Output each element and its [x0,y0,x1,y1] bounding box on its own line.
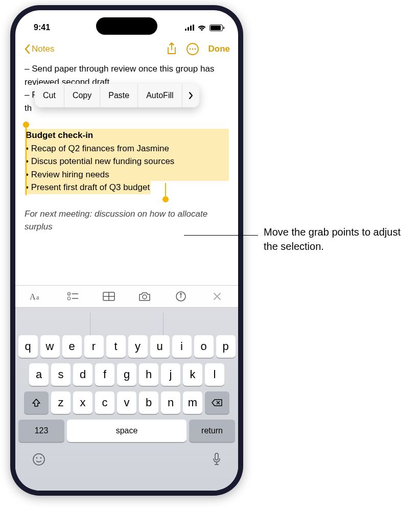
prediction-slot[interactable] [17,313,90,335]
svg-point-1 [189,49,191,50]
format-toolbar: Aa [15,285,238,308]
selection-bullet: • Recap of Q2 finances from Jasmine [25,142,229,155]
annotation-leader-line [184,235,258,236]
key-row-4: 123 space return [17,420,236,442]
shift-icon [32,398,41,407]
markup-icon [175,291,186,302]
svg-point-16 [36,457,38,459]
key-d[interactable]: d [73,363,92,386]
svg-point-3 [194,49,196,50]
key-j[interactable]: j [161,363,180,386]
camera-icon [138,291,151,302]
key-l[interactable]: l [205,363,224,386]
menu-copy[interactable]: Copy [64,84,100,107]
menu-more[interactable] [182,86,199,105]
svg-text:A: A [30,292,36,301]
wifi-icon [197,25,206,31]
key-return[interactable]: return [189,420,235,442]
more-icon[interactable] [186,42,199,56]
checklist-icon [67,292,78,301]
key-123[interactable]: 123 [18,420,64,442]
phone-frame: 9:41 Notes Done – Send paper t [10,5,243,496]
key-c[interactable]: c [95,391,114,414]
menu-autofill[interactable]: AutoFill [138,84,182,107]
annotation-text: Move the grab points to adjust the selec… [264,225,412,253]
key-w[interactable]: w [40,335,60,358]
phone-screen: 9:41 Notes Done – Send paper t [15,10,238,491]
note-editor[interactable]: – Send paper through review once this gr… [15,60,238,234]
key-f[interactable]: f [95,363,114,386]
selection-handle-start[interactable] [23,122,29,128]
key-m[interactable]: m [183,391,202,414]
menu-cut[interactable]: Cut [35,84,64,107]
back-label: Notes [32,44,54,54]
prediction-bar [17,313,236,335]
key-n[interactable]: n [161,391,180,414]
cellular-signal-icon [185,25,194,31]
selection-bullet: • Review hiring needs [25,168,229,181]
format-text-button[interactable]: Aa [18,291,55,302]
key-i[interactable]: i [172,335,192,358]
format-camera-button[interactable] [127,291,163,302]
key-x[interactable]: x [73,391,92,414]
share-icon[interactable] [167,42,177,56]
key-k[interactable]: k [183,363,202,386]
prediction-slot[interactable] [90,313,164,335]
format-table-button[interactable] [90,292,127,301]
close-icon [213,292,221,300]
backspace-icon [212,399,223,407]
keyboard: q w e r t y u i o p a s d f g h j k l [15,308,238,491]
svg-point-8 [67,297,71,300]
key-shift[interactable] [24,391,49,414]
key-a[interactable]: a [29,363,49,386]
selection-handle-end[interactable] [162,196,169,202]
format-close-button[interactable] [199,292,235,300]
dynamic-island [96,17,157,35]
key-o[interactable]: o [194,335,214,358]
key-s[interactable]: s [51,363,71,386]
key-row-2: a s d f g h j k l [17,363,236,386]
key-y[interactable]: y [128,335,148,358]
menu-paste[interactable]: Paste [100,84,138,107]
svg-point-13 [143,295,147,299]
key-t[interactable]: t [106,335,126,358]
key-p[interactable]: p [216,335,236,358]
chevron-left-icon [24,44,31,54]
format-checklist-button[interactable] [55,292,91,301]
key-v[interactable]: v [117,391,136,414]
key-backspace[interactable] [205,391,229,414]
text-format-icon: Aa [30,291,43,302]
emoji-icon[interactable] [32,452,46,467]
svg-point-15 [33,454,44,465]
format-markup-button[interactable] [163,291,199,302]
back-button[interactable]: Notes [24,44,54,54]
dictation-icon[interactable] [212,452,222,467]
prediction-slot[interactable] [164,313,236,335]
selection-bullet: • Discus potential new funding sources [25,155,229,168]
key-e[interactable]: e [62,335,82,358]
text-selection[interactable]: Budget check-in • Recap of Q2 finances f… [25,129,229,194]
key-u[interactable]: u [150,335,170,358]
note-italic-line: For next meeting: discussion on how to a… [25,207,229,234]
svg-rect-18 [215,453,218,460]
svg-point-17 [40,457,42,459]
key-b[interactable]: b [139,391,158,414]
svg-text:a: a [36,294,39,301]
key-h[interactable]: h [139,363,158,386]
key-space[interactable]: space [67,420,186,442]
svg-point-2 [192,49,193,50]
key-q[interactable]: q [18,335,38,358]
svg-point-6 [67,292,71,295]
table-icon [103,292,115,301]
selection-title: Budget check-in [25,129,229,142]
key-z[interactable]: z [51,391,71,414]
key-row-3: z x c v b n m [17,391,236,414]
chevron-right-icon [189,91,193,100]
done-button[interactable]: Done [208,44,230,54]
key-row-1: q w e r t y u i o p [17,335,236,358]
battery-icon [209,25,223,31]
text-context-menu: Cut Copy Paste AutoFill [35,84,199,107]
key-g[interactable]: g [117,363,136,386]
key-r[interactable]: r [84,335,104,358]
selection-bullet: • Present first draft of Q3 budget [25,181,151,194]
